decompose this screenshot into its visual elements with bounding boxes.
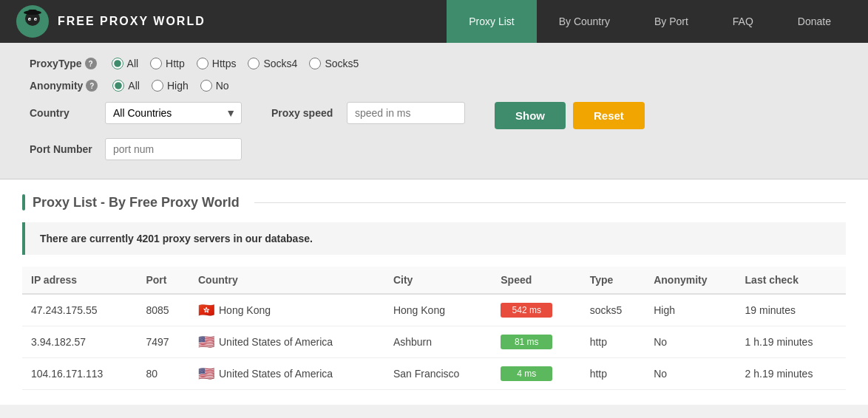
info-box: There are currently 4201 proxy servers i… xyxy=(22,222,846,255)
proxy-type-row: ProxyType ? All Http Https Socks4 Socks5 xyxy=(30,58,838,69)
section-title: Proxy List - By Free Proxy World xyxy=(22,194,846,210)
speed-label: Proxy speed xyxy=(271,107,338,119)
country-name: United States of America xyxy=(219,336,333,348)
cell-city: Ashburn xyxy=(384,326,492,358)
cell-type: http xyxy=(581,326,645,358)
anonymity-label: Anonymity ? xyxy=(30,80,98,92)
proxy-table: IP adress Port Country City Speed Type A… xyxy=(22,267,846,390)
flag-icon: 🇺🇸 xyxy=(198,366,214,382)
cell-ip: 3.94.182.57 xyxy=(22,326,137,358)
proxy-type-http[interactable]: Http xyxy=(150,58,185,69)
country-label: Country xyxy=(30,107,96,119)
anonymity-high[interactable]: High xyxy=(152,80,189,92)
proxy-type-all[interactable]: All xyxy=(112,58,139,69)
anonymity-no[interactable]: No xyxy=(200,80,229,92)
port-label: Port Number xyxy=(30,143,96,155)
col-speed: Speed xyxy=(492,267,580,294)
nav-by-port[interactable]: By Port xyxy=(632,0,711,43)
speed-badge: 81 ms xyxy=(501,335,552,349)
logo-text: FREE PROXY WORLD xyxy=(58,15,206,28)
cell-type: http xyxy=(581,358,645,390)
cell-port: 80 xyxy=(137,358,189,390)
port-input[interactable] xyxy=(105,138,242,160)
cell-anonymity: No xyxy=(645,326,736,358)
cell-last-check: 19 minutes xyxy=(736,294,846,326)
anonymity-options: All High No xyxy=(112,80,228,92)
cell-speed: 81 ms xyxy=(492,326,580,358)
col-ip: IP adress xyxy=(22,267,137,294)
filter-row-3: Country All Countries United States Hong… xyxy=(30,102,838,131)
header-row: IP adress Port Country City Speed Type A… xyxy=(22,267,846,294)
country-name: United States of America xyxy=(219,368,333,380)
cell-country: 🇺🇸 United States of America xyxy=(189,326,384,358)
cell-last-check: 2 h.19 minutes xyxy=(736,358,846,390)
nav-proxy-list[interactable]: Proxy List xyxy=(447,0,536,43)
country-select-wrap: All Countries United States Hong Kong Ch… xyxy=(105,102,242,124)
cell-ip: 104.16.171.113 xyxy=(22,358,137,390)
col-country: Country xyxy=(189,267,384,294)
proxy-type-socks4[interactable]: Socks4 xyxy=(248,58,297,69)
col-city: City xyxy=(384,267,492,294)
nav-faq[interactable]: FAQ xyxy=(711,0,776,43)
col-last-check: Last check xyxy=(736,267,846,294)
reset-button[interactable]: Reset xyxy=(573,102,645,129)
country-select[interactable]: All Countries United States Hong Kong Ch… xyxy=(105,102,242,124)
action-buttons: Show Reset xyxy=(495,102,645,131)
speed-badge: 4 ms xyxy=(501,366,552,381)
cell-anonymity: High xyxy=(645,294,736,326)
show-button[interactable]: Show xyxy=(495,102,566,129)
speed-input[interactable] xyxy=(347,102,465,124)
proxy-type-socks5[interactable]: Socks5 xyxy=(309,58,359,69)
cell-country: 🇺🇸 United States of America xyxy=(189,358,384,390)
country-name: Hong Kong xyxy=(219,304,271,316)
cell-type: socks5 xyxy=(581,294,645,326)
proxy-type-options: All Http Https Socks4 Socks5 xyxy=(112,58,359,69)
cell-ip: 47.243.175.55 xyxy=(22,294,137,326)
table-row: 3.94.182.57 7497 🇺🇸 United States of Ame… xyxy=(22,326,846,358)
proxy-type-label: ProxyType ? xyxy=(30,58,97,69)
table-row: 47.243.175.55 8085 🇭🇰 Hong Kong Hong Kon… xyxy=(22,294,846,326)
proxy-type-help-icon[interactable]: ? xyxy=(85,58,97,69)
logo: FREE PROXY WORLD xyxy=(15,4,206,39)
nav-by-country[interactable]: By Country xyxy=(537,0,632,43)
main-content: Proxy List - By Free Proxy World There a… xyxy=(0,179,868,405)
filter-panel: ProxyType ? All Http Https Socks4 Socks5… xyxy=(0,43,868,179)
col-port: Port xyxy=(137,267,189,294)
anonymity-row: Anonymity ? All High No xyxy=(30,80,838,92)
cell-port: 8085 xyxy=(137,294,189,326)
flag-icon: 🇭🇰 xyxy=(198,302,214,318)
svg-rect-3 xyxy=(28,10,37,15)
flag-icon: 🇺🇸 xyxy=(198,334,214,350)
svg-point-7 xyxy=(35,19,37,21)
cell-port: 7497 xyxy=(137,326,189,358)
cell-country: 🇭🇰 Hong Kong xyxy=(189,294,384,326)
col-type: Type xyxy=(581,267,645,294)
info-text: There are currently 4201 proxy servers i… xyxy=(40,233,313,244)
navbar: FREE PROXY WORLD Proxy List By Country B… xyxy=(0,0,868,43)
table-header: IP adress Port Country City Speed Type A… xyxy=(22,267,846,294)
anonymity-all[interactable]: All xyxy=(112,80,140,92)
proxy-type-https[interactable]: Https xyxy=(197,58,237,69)
logo-icon xyxy=(15,4,50,39)
cell-city: Hong Kong xyxy=(384,294,492,326)
svg-point-6 xyxy=(30,19,31,21)
table-row: 104.16.171.113 80 🇺🇸 United States of Am… xyxy=(22,358,846,390)
speed-badge: 542 ms xyxy=(501,303,552,318)
col-anonymity: Anonymity xyxy=(645,267,736,294)
cell-speed: 542 ms xyxy=(492,294,580,326)
nav-donate[interactable]: Donate xyxy=(776,0,853,43)
cell-speed: 4 ms xyxy=(492,358,580,390)
anonymity-help-icon[interactable]: ? xyxy=(86,80,98,92)
nav-links: Proxy List By Country By Port FAQ Donate xyxy=(447,0,853,43)
cell-city: San Francisco xyxy=(384,358,492,390)
cell-anonymity: No xyxy=(645,358,736,390)
table-body: 47.243.175.55 8085 🇭🇰 Hong Kong Hong Kon… xyxy=(22,294,846,390)
cell-last-check: 1 h.19 minutes xyxy=(736,326,846,358)
